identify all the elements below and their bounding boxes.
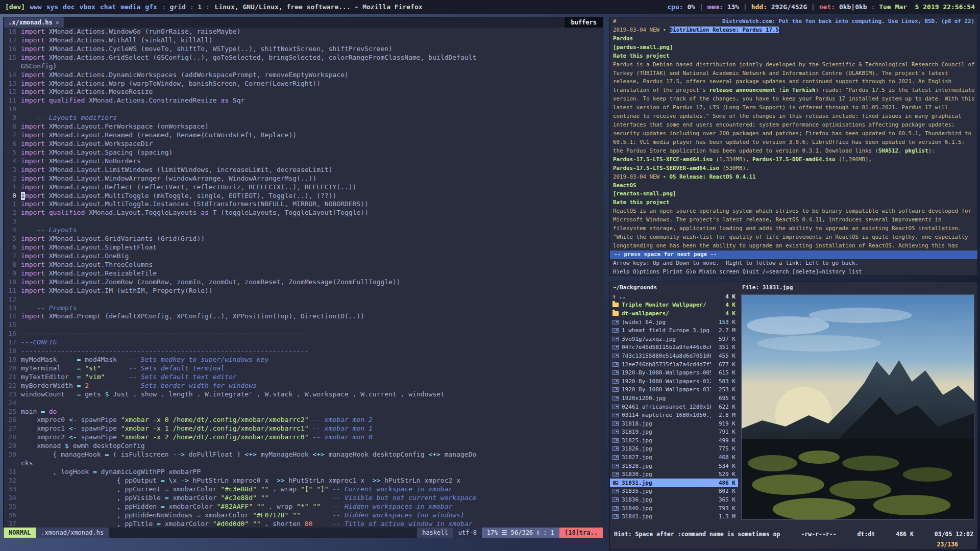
file-row[interactable]: 31831.jpg486 K xyxy=(610,479,738,487)
file-row[interactable]: 7d3c13155880e514a8d6d70510be449a.jpg455 … xyxy=(610,352,738,360)
image-icon xyxy=(612,438,619,443)
code-line: 30 { manageHook = ( isFullscreen --> doF… xyxy=(4,450,603,459)
code-line: 36 , ppHiddenNoWindows = xmobarColor "#F… xyxy=(4,511,603,520)
link[interactable]: OS Release: ReactOS 0.4.11 xyxy=(670,173,756,180)
file-size: 486 K xyxy=(714,480,736,486)
tab-xmonad-hs[interactable]: .x/xmonad.hs » xyxy=(4,17,64,28)
workspace-current[interactable]: [dev] xyxy=(5,3,25,11)
file-row[interactable]: 31830.jpg529 K xyxy=(610,470,738,479)
line-number: 30 xyxy=(4,450,21,459)
text-line: interfaces that some end users encounter… xyxy=(613,121,974,130)
file-row[interactable]: 31836.jpg365 K xyxy=(610,495,738,504)
file-manager-window[interactable]: ~/Backgrounds File: 31831.jpg ↑..4 KTrip… xyxy=(609,282,978,550)
line-number: 10 xyxy=(4,278,21,287)
line-number: 0 xyxy=(4,192,21,201)
file-row[interactable]: 31840.jpg793 K xyxy=(610,504,738,513)
file-row[interactable]: 03114_mapletree_1680x1050.jpg2.8 M xyxy=(610,411,738,419)
file-size: 2.7 M xyxy=(714,327,736,334)
file-row[interactable]: 31841.jpg1.3 M xyxy=(610,512,738,521)
file-permissions: -rw-r--r-- xyxy=(801,531,836,538)
selected-link[interactable]: Distribution Release: Pardus 17.5 xyxy=(670,27,779,33)
vim-filename: .xmonad/xmonad.hs xyxy=(36,528,109,538)
file-row[interactable]: 1920-By-1080-Wallpapers-037.jpg253 K xyxy=(610,386,738,394)
file-name: 1920x1200.jpg xyxy=(622,395,711,402)
text-line: Pardus is a Debian-based distribution jo… xyxy=(613,61,974,69)
link[interactable]: [pardus-small.png] xyxy=(613,44,673,51)
line-number: 27 xyxy=(4,424,21,433)
file-row[interactable]: 31827.jpg468 K xyxy=(610,453,738,462)
file-row[interactable]: 31826.jpg775 K xyxy=(610,445,738,454)
link[interactable]: Rate this project xyxy=(613,53,670,59)
vifm-main: ↑..4 KTriple Monitor Wallpaper/4 Kdt-wal… xyxy=(610,292,977,529)
image-icon xyxy=(612,464,619,468)
file-row[interactable]: 31828.jpg534 K xyxy=(610,462,738,470)
file-row[interactable]: 31818.jpg919 K xyxy=(610,419,738,428)
folder-icon xyxy=(612,303,619,307)
file-row[interactable]: 31819.jpg791 K xyxy=(610,428,738,437)
link[interactable]: Pardus-17.5-LTS-XFCE-amd64.iso xyxy=(613,156,713,163)
code-line: 37 , ppTitle = xmobarColor "#d0d0d0" "" … xyxy=(4,520,603,528)
image-icon xyxy=(612,430,619,434)
text-line: Pardus-17.5-LTS-SERVER-amd64.iso (530MB)… xyxy=(613,164,974,173)
line-number: 21 xyxy=(4,373,21,382)
tab-label: .x/xmonad.hs xyxy=(8,19,53,26)
line-number: 15 xyxy=(4,321,21,330)
file-row[interactable]: dt-wallpapers/4 K xyxy=(610,309,738,318)
link[interactable]: ReactOS xyxy=(613,182,636,189)
separator: | xyxy=(807,3,819,11)
image-icon xyxy=(612,354,619,358)
line-number: 5 xyxy=(4,235,21,243)
code-line: 14import XMonad.Actions.DynamicWorkspace… xyxy=(4,71,603,80)
file-row[interactable]: 1920-By-1080-Wallpapers-012.jpg503 K xyxy=(610,377,738,386)
file-row[interactable]: (wide) 64.jpg153 K xyxy=(610,318,738,327)
link[interactable]: release announcement xyxy=(709,87,776,93)
image-icon xyxy=(612,413,619,417)
workspace-item[interactable]: gfx xyxy=(145,3,157,11)
file-size: 486 K xyxy=(896,531,914,538)
link[interactable]: Pardus-17.5-DDE-amd64.iso xyxy=(752,156,836,163)
line-number: 8 xyxy=(4,261,21,269)
file-row[interactable]: 3vo91g7azxqz.jpg597 K xyxy=(610,335,738,343)
file-name: 31826.jpg xyxy=(622,445,711,452)
file-row[interactable]: Triple Monitor Wallpaper/4 K xyxy=(610,301,738,310)
workspace-item[interactable]: vbox xyxy=(80,3,95,11)
workspace-item[interactable]: media xyxy=(120,3,140,11)
link[interactable]: Pardus xyxy=(613,35,633,42)
text-line: 60.5.1; VLC media player has been update… xyxy=(613,138,974,147)
workspace-item[interactable]: chat xyxy=(100,3,116,11)
file-row[interactable]: 02461_africansunset_1280x1024.jpg622 K xyxy=(610,403,738,411)
preview-image xyxy=(742,295,974,519)
file-row[interactable]: ↑..4 K xyxy=(610,292,738,301)
stat-value: 0% xyxy=(687,3,695,11)
line-number: 9 xyxy=(4,269,21,278)
line-number: 17 xyxy=(4,36,21,45)
browser-window[interactable]: #DistroWatch.com: Put the fun back into … xyxy=(609,17,978,276)
workspace-item[interactable]: sys xyxy=(46,3,58,11)
link[interactable]: Rate this project xyxy=(613,199,670,206)
line-number: 3 xyxy=(4,166,21,174)
file-row[interactable]: 31835.jpg802 K xyxy=(610,487,738,496)
buffers-button[interactable]: buffers xyxy=(565,17,603,28)
link[interactable]: in Turkish xyxy=(782,87,816,93)
file-row[interactable]: 1920x1200.jpg695 K xyxy=(610,394,738,403)
file-name: 1920-By-1080-Wallpapers-037.jpg xyxy=(622,386,711,393)
file-row[interactable]: 1 wheat field Europe 3.jpg2.7 M xyxy=(610,326,738,335)
code-line: 10import XMonad.Layout.ZoomRow (zoomRow,… xyxy=(4,278,603,287)
code-line: 18import XMonad.Actions.WindowGo (runOrR… xyxy=(4,28,603,36)
workspace-item[interactable]: doc xyxy=(63,3,75,11)
code-line: 16--------------------------------------… xyxy=(4,330,603,338)
file-row[interactable]: 04fc7e45d58115b2a9fe446c8c635886b694e108… xyxy=(610,343,738,352)
file-row[interactable]: 12ee746bb85735f1a7a4cd4d7f581b5c.jpg677 … xyxy=(610,360,738,369)
separator: | xyxy=(695,3,707,11)
text-line: Microsoft Windows. The project's latest … xyxy=(613,216,974,224)
file-row[interactable]: 1920-By-1080-Wallpapers-005.jpg615 K xyxy=(610,368,738,377)
code-line: 9import XMonad.Layout.ResizableTile xyxy=(4,269,603,278)
file-row[interactable]: 31825.jpg499 K xyxy=(610,436,738,445)
link[interactable]: SHA512 xyxy=(878,147,898,154)
vim-buffer[interactable]: 18import XMonad.Actions.WindowGo (runOrR… xyxy=(4,28,603,528)
workspace-item[interactable]: www xyxy=(30,3,41,11)
link[interactable]: pkglist xyxy=(905,147,928,154)
link[interactable]: Pardus-17.5-LTS-SERVER-amd64.iso xyxy=(613,165,719,171)
link[interactable]: [reactos-small.png] xyxy=(613,190,676,197)
vim-window[interactable]: .x/xmonad.hs » buffers 18import XMonad.A… xyxy=(3,17,603,538)
